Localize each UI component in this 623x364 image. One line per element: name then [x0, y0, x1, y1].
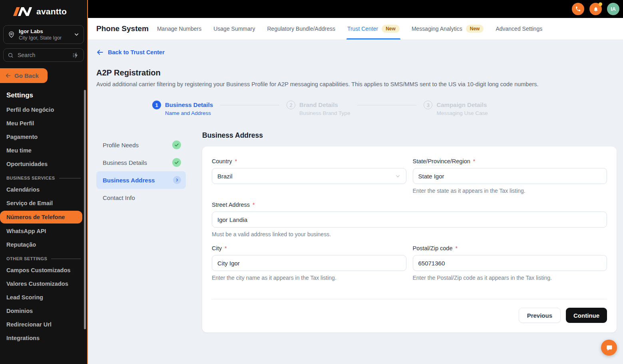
- location-detail: City Igor, State Igor: [19, 35, 62, 41]
- step-brand-details: 2 Brand Details Business Brand Type: [287, 101, 350, 116]
- sidebar-item-campos-customizados[interactable]: Campos Customizados: [0, 263, 87, 277]
- substep-business-address[interactable]: Business Address: [96, 171, 186, 189]
- state-helper-text: Enter the state as it appears in the Tax…: [413, 188, 607, 194]
- chevron-right-icon: [173, 176, 181, 184]
- sidebar-scrollbar[interactable]: [84, 90, 86, 329]
- location-selector[interactable]: Igor Labs City Igor, State Igor: [3, 25, 84, 44]
- go-back-button[interactable]: Go Back: [0, 68, 48, 83]
- form-footer: Previous Continue: [212, 299, 607, 323]
- sidebar-section-other-settings: OTHER SETTINGS: [0, 251, 87, 263]
- sidebar-item-numeros-de-telefone[interactable]: Números de Telefone: [0, 211, 82, 224]
- brand-logo: avantto: [0, 0, 87, 22]
- sidebar-item-pagamento[interactable]: Pagamento: [0, 130, 87, 144]
- tab-messaging-analytics[interactable]: Messaging Analytics New: [406, 18, 490, 40]
- phone-icon: [575, 6, 581, 12]
- step-number: 1: [152, 101, 161, 109]
- step-number: 3: [424, 101, 432, 109]
- section-divider: [51, 259, 81, 259]
- new-badge: New: [382, 25, 400, 33]
- settings-heading: Settings: [0, 83, 87, 103]
- chevron-down-icon: [395, 173, 401, 179]
- state-input[interactable]: [413, 168, 607, 184]
- section-divider: [59, 178, 81, 178]
- sidebar-item-reputacao[interactable]: Reputação: [0, 238, 87, 251]
- notifications-button[interactable]: [589, 3, 602, 15]
- back-to-trust-center-link[interactable]: Back to Trust Center: [96, 49, 165, 56]
- sidebar-item-valores-customizados[interactable]: Valores Customizados: [0, 277, 87, 291]
- country-select[interactable]: Brazil: [212, 168, 406, 184]
- continue-button[interactable]: Continue: [566, 308, 607, 323]
- sidebar-item-meu-perfil[interactable]: Meu Perfil: [0, 117, 87, 130]
- form-heading: Business Address: [202, 131, 617, 140]
- tab-bar: Phone System Manage Numbers Usage Summar…: [88, 18, 623, 40]
- brand-logo-text: avantto: [36, 7, 67, 16]
- sidebar-item-lead-scoring[interactable]: Lead Scoring: [0, 291, 87, 304]
- topbar: IA: [88, 0, 623, 18]
- sidebar-item-oportunidades[interactable]: Oportunidades: [0, 157, 87, 171]
- sidebar-item-redirecionar-url[interactable]: Redirecionar Url: [0, 318, 87, 331]
- page-title: Phone System: [96, 24, 149, 33]
- tabs: Manage Numbers Usage Summary Regulatory …: [151, 18, 548, 40]
- tab-regulatory-bundle-address[interactable]: Regulatory Bundle/Address: [261, 18, 341, 40]
- street-address-input[interactable]: [212, 212, 607, 228]
- required-mark: *: [473, 158, 475, 164]
- sidebar-item-dominios[interactable]: Dominios: [0, 304, 87, 318]
- chat-bubble-icon: [605, 344, 613, 352]
- sidebar-item-perfil-do-negocio[interactable]: Perfil do Negócio: [0, 103, 87, 117]
- avantto-logo-icon: [13, 6, 33, 17]
- notification-badge-dot: [599, 2, 602, 6]
- app-root: avantto Igor Labs City Igor, State Igor: [0, 0, 623, 364]
- sidebar-item-integrations[interactable]: Integrations: [0, 331, 87, 345]
- location-name: Igor Labs: [19, 28, 62, 34]
- required-mark: *: [235, 158, 237, 164]
- chat-fab-button[interactable]: [601, 340, 617, 356]
- user-avatar[interactable]: IA: [607, 3, 619, 15]
- new-badge: New: [466, 25, 484, 33]
- substep-contact-info[interactable]: Contact Info: [96, 189, 186, 206]
- step-business-details: 1 Business Details Name and Address: [152, 101, 213, 116]
- sidebar-item-calendarios[interactable]: Calendários: [0, 183, 87, 196]
- city-input[interactable]: [212, 255, 406, 271]
- check-icon: [172, 158, 181, 167]
- substep-nav: Profile Needs Business Details Business …: [96, 136, 186, 206]
- postal-label: Postal/Zip code*: [413, 245, 607, 251]
- postal-helper-text: Enter the Postal/Zip code as it appears …: [413, 275, 607, 281]
- arrow-left-icon: [5, 73, 11, 79]
- required-mark: *: [225, 245, 227, 251]
- required-mark: *: [455, 245, 457, 251]
- step-connector: [357, 105, 416, 105]
- country-field-group: Country* Brazil: [212, 158, 406, 194]
- city-label: City*: [212, 245, 406, 251]
- substep-profile-needs[interactable]: Profile Needs: [96, 136, 186, 154]
- tab-manage-numbers[interactable]: Manage Numbers: [151, 18, 207, 40]
- chevron-down-icon: [74, 32, 80, 38]
- country-label: Country*: [212, 158, 406, 164]
- postal-zip-input[interactable]: [413, 255, 607, 271]
- phone-button[interactable]: [572, 3, 584, 15]
- a2p-registration-title: A2P Registration: [96, 68, 617, 77]
- tab-trust-center[interactable]: Trust Center New: [341, 18, 406, 40]
- postal-field-group: Postal/Zip code* Enter the Postal/Zip co…: [413, 245, 607, 281]
- search-icon: [8, 52, 14, 58]
- sidebar-item-whatsapp-api[interactable]: WhatsApp API: [0, 224, 87, 238]
- state-label: State/Province/Region*: [413, 158, 607, 164]
- bell-icon: [593, 6, 599, 12]
- location-pin-icon: [8, 31, 15, 38]
- sidebar: avantto Igor Labs City Igor, State Igor: [0, 0, 88, 364]
- sidebar-section-business-services: BUSINESS SERVICES: [0, 171, 87, 183]
- step-connector: [220, 105, 279, 105]
- search-input[interactable]: [17, 51, 61, 59]
- form-section: Profile Needs Business Details Business …: [96, 131, 617, 332]
- quick-action-lightning-icon[interactable]: [72, 51, 80, 59]
- tab-usage-summary[interactable]: Usage Summary: [207, 18, 261, 40]
- previous-button[interactable]: Previous: [519, 308, 561, 323]
- step-campaign-details: 3 Campaign Details Messaging Use Case: [424, 101, 488, 116]
- city-field-group: City* Enter the city name as it appears …: [212, 245, 406, 281]
- sidebar-item-servico-de-email[interactable]: Serviço de Email: [0, 196, 87, 210]
- business-address-form: Business Address Country* Brazil: [202, 131, 617, 332]
- content-area: Back to Trust Center A2P Registration Av…: [88, 40, 623, 364]
- sidebar-item-meu-time[interactable]: Meu time: [0, 144, 87, 157]
- main-column: IA Phone System Manage Numbers Usage Sum…: [88, 0, 623, 364]
- substep-business-details[interactable]: Business Details: [96, 154, 186, 171]
- tab-advanced-settings[interactable]: Advanced Settings: [490, 18, 548, 40]
